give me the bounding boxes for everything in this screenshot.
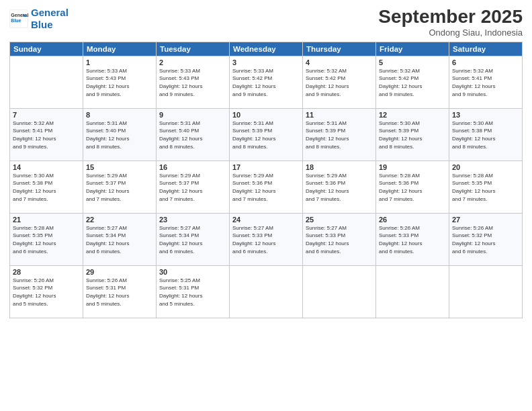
day-info: Sunrise: 5:27 AMSunset: 5:34 PMDaylight:… (159, 224, 226, 255)
day-cell (10, 56, 83, 108)
day-info: Sunrise: 5:30 AMSunset: 5:39 PMDaylight:… (379, 120, 446, 150)
day-number: 2 (159, 58, 226, 66)
day-number: 17 (232, 163, 300, 171)
day-cell: 6Sunrise: 5:32 AMSunset: 5:41 PMDaylight… (449, 56, 523, 108)
day-number: 7 (13, 111, 80, 119)
day-cell: 24Sunrise: 5:27 AMSunset: 5:33 PMDayligh… (230, 213, 303, 265)
day-cell: 21Sunrise: 5:28 AMSunset: 5:35 PMDayligh… (10, 213, 83, 265)
day-info: Sunrise: 5:28 AMSunset: 5:35 PMDaylight:… (13, 224, 80, 255)
day-cell: 11Sunrise: 5:31 AMSunset: 5:39 PMDayligh… (303, 108, 376, 161)
day-info: Sunrise: 5:31 AMSunset: 5:39 PMDaylight:… (232, 120, 300, 150)
week-row-5: 28Sunrise: 5:26 AMSunset: 5:32 PMDayligh… (10, 265, 523, 318)
day-number: 20 (452, 163, 519, 171)
day-number: 22 (86, 216, 153, 224)
day-info: Sunrise: 5:29 AMSunset: 5:36 PMDaylight:… (232, 172, 300, 203)
day-cell: 8Sunrise: 5:31 AMSunset: 5:40 PMDaylight… (83, 108, 157, 161)
day-cell: 14Sunrise: 5:30 AMSunset: 5:38 PMDayligh… (10, 161, 83, 213)
day-info: Sunrise: 5:31 AMSunset: 5:40 PMDaylight:… (159, 120, 226, 150)
day-number: 14 (13, 163, 80, 171)
day-info: Sunrise: 5:33 AMSunset: 5:42 PMDaylight:… (232, 67, 300, 98)
day-number: 23 (159, 216, 226, 224)
day-number: 16 (159, 163, 226, 171)
day-cell: 12Sunrise: 5:30 AMSunset: 5:39 PMDayligh… (376, 108, 449, 161)
calendar-body: 1Sunrise: 5:33 AMSunset: 5:43 PMDaylight… (10, 56, 523, 318)
svg-text:Blue: Blue (11, 18, 21, 23)
day-number: 5 (379, 58, 446, 66)
day-cell: 1Sunrise: 5:33 AMSunset: 5:43 PMDaylight… (83, 56, 157, 108)
day-info: Sunrise: 5:27 AMSunset: 5:34 PMDaylight:… (86, 224, 153, 255)
day-info: Sunrise: 5:28 AMSunset: 5:35 PMDaylight:… (452, 172, 519, 203)
day-info: Sunrise: 5:32 AMSunset: 5:41 PMDaylight:… (13, 120, 80, 150)
header-thursday: Thursday (303, 42, 376, 56)
day-cell: 27Sunrise: 5:26 AMSunset: 5:32 PMDayligh… (449, 213, 523, 265)
header-wednesday: Wednesday (230, 42, 303, 56)
day-cell: 9Sunrise: 5:31 AMSunset: 5:40 PMDaylight… (157, 108, 230, 161)
header-saturday: Saturday (449, 42, 523, 56)
day-info: Sunrise: 5:29 AMSunset: 5:37 PMDaylight:… (86, 172, 153, 203)
day-info: Sunrise: 5:26 AMSunset: 5:32 PMDaylight:… (452, 224, 519, 255)
week-row-1: 1Sunrise: 5:33 AMSunset: 5:43 PMDaylight… (10, 56, 523, 108)
day-cell: 7Sunrise: 5:32 AMSunset: 5:41 PMDaylight… (10, 108, 83, 161)
day-info: Sunrise: 5:28 AMSunset: 5:36 PMDaylight:… (379, 172, 446, 203)
day-number: 6 (452, 58, 519, 66)
day-cell (230, 265, 303, 318)
header-sunday: Sunday (10, 42, 83, 56)
day-info: Sunrise: 5:33 AMSunset: 5:43 PMDaylight:… (159, 67, 226, 98)
day-cell: 10Sunrise: 5:31 AMSunset: 5:39 PMDayligh… (230, 108, 303, 161)
day-cell: 15Sunrise: 5:29 AMSunset: 5:37 PMDayligh… (83, 161, 157, 213)
day-info: Sunrise: 5:29 AMSunset: 5:37 PMDaylight:… (159, 172, 226, 203)
day-cell: 17Sunrise: 5:29 AMSunset: 5:36 PMDayligh… (230, 161, 303, 213)
day-info: Sunrise: 5:25 AMSunset: 5:31 PMDaylight:… (159, 277, 226, 308)
day-info: Sunrise: 5:31 AMSunset: 5:39 PMDaylight:… (306, 120, 373, 150)
day-number: 8 (86, 111, 153, 119)
page-header: General Blue GeneralBlue September 2025 … (9, 7, 523, 38)
day-number: 4 (306, 58, 373, 66)
day-info: Sunrise: 5:29 AMSunset: 5:36 PMDaylight:… (306, 172, 373, 203)
day-info: Sunrise: 5:32 AMSunset: 5:41 PMDaylight:… (452, 67, 519, 98)
day-number: 3 (232, 58, 300, 66)
header-friday: Friday (376, 42, 449, 56)
month-title: September 2025 (378, 7, 523, 28)
location-subtitle: Ondong Siau, Indonesia (378, 28, 523, 38)
day-number: 1 (86, 58, 153, 66)
day-cell: 18Sunrise: 5:29 AMSunset: 5:36 PMDayligh… (303, 161, 376, 213)
day-number: 13 (452, 111, 519, 119)
day-cell: 22Sunrise: 5:27 AMSunset: 5:34 PMDayligh… (83, 213, 157, 265)
day-cell: 29Sunrise: 5:26 AMSunset: 5:31 PMDayligh… (83, 265, 157, 318)
day-info: Sunrise: 5:26 AMSunset: 5:31 PMDaylight:… (86, 277, 153, 308)
day-cell: 13Sunrise: 5:30 AMSunset: 5:38 PMDayligh… (449, 108, 523, 161)
day-number: 9 (159, 111, 226, 119)
day-cell: 26Sunrise: 5:26 AMSunset: 5:33 PMDayligh… (376, 213, 449, 265)
day-number: 29 (86, 268, 153, 276)
day-cell: 19Sunrise: 5:28 AMSunset: 5:36 PMDayligh… (376, 161, 449, 213)
day-number: 11 (306, 111, 373, 119)
logo-icon: General Blue (9, 9, 28, 28)
day-number: 18 (306, 163, 373, 171)
day-info: Sunrise: 5:33 AMSunset: 5:43 PMDaylight:… (86, 67, 153, 98)
day-info: Sunrise: 5:32 AMSunset: 5:42 PMDaylight:… (306, 67, 373, 98)
day-info: Sunrise: 5:27 AMSunset: 5:33 PMDaylight:… (306, 224, 373, 255)
day-cell: 2Sunrise: 5:33 AMSunset: 5:43 PMDaylight… (157, 56, 230, 108)
day-info: Sunrise: 5:30 AMSunset: 5:38 PMDaylight:… (13, 172, 80, 203)
day-info: Sunrise: 5:27 AMSunset: 5:33 PMDaylight:… (232, 224, 300, 255)
day-cell: 30Sunrise: 5:25 AMSunset: 5:31 PMDayligh… (157, 265, 230, 318)
day-cell: 16Sunrise: 5:29 AMSunset: 5:37 PMDayligh… (157, 161, 230, 213)
week-row-2: 7Sunrise: 5:32 AMSunset: 5:41 PMDaylight… (10, 108, 523, 161)
header-row: Sunday Monday Tuesday Wednesday Thursday… (10, 42, 523, 56)
day-cell: 23Sunrise: 5:27 AMSunset: 5:34 PMDayligh… (157, 213, 230, 265)
header-tuesday: Tuesday (157, 42, 230, 56)
day-cell (303, 265, 376, 318)
week-row-3: 14Sunrise: 5:30 AMSunset: 5:38 PMDayligh… (10, 161, 523, 213)
day-number: 10 (232, 111, 300, 119)
day-cell (376, 265, 449, 318)
day-number: 26 (379, 216, 446, 224)
day-number: 24 (232, 216, 300, 224)
day-info: Sunrise: 5:26 AMSunset: 5:33 PMDaylight:… (379, 224, 446, 255)
logo: General Blue GeneralBlue (9, 7, 69, 31)
calendar-table: Sunday Monday Tuesday Wednesday Thursday… (9, 42, 523, 318)
day-cell: 25Sunrise: 5:27 AMSunset: 5:33 PMDayligh… (303, 213, 376, 265)
day-cell: 4Sunrise: 5:32 AMSunset: 5:42 PMDaylight… (303, 56, 376, 108)
logo-text: GeneralBlue (31, 7, 69, 31)
day-info: Sunrise: 5:26 AMSunset: 5:32 PMDaylight:… (13, 277, 80, 308)
day-cell: 5Sunrise: 5:32 AMSunset: 5:42 PMDaylight… (376, 56, 449, 108)
